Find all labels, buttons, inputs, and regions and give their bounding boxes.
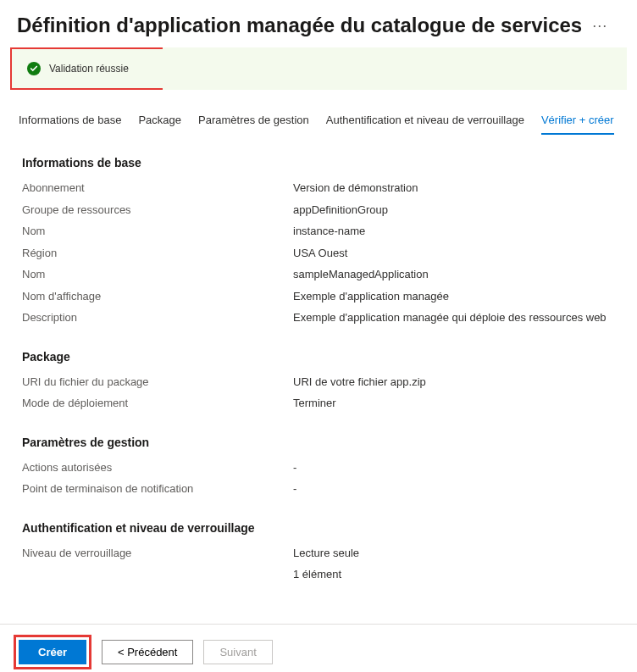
- row-label: Actions autorisées: [22, 459, 293, 476]
- row-value: Terminer: [293, 395, 336, 412]
- next-button: Suivant: [203, 640, 272, 664]
- row-value: Lecture seule: [293, 545, 359, 562]
- row-label: Nom d'affichage: [22, 288, 293, 305]
- section-title-mgmt: Paramètres de gestion: [22, 436, 615, 449]
- tab-basics[interactable]: Informations de base: [19, 107, 121, 135]
- row: DescriptionExemple d'application managée…: [22, 309, 615, 326]
- row-label: Abonnement: [22, 180, 293, 197]
- row: RégionUSA Ouest: [22, 245, 615, 262]
- row-label: Description: [22, 309, 293, 326]
- create-button-highlight: Créer: [14, 635, 91, 669]
- row-label: Région: [22, 245, 293, 262]
- section-title-auth: Authentification et niveau de verrouilla…: [22, 521, 615, 535]
- row-value: sampleManagedApplication: [293, 266, 429, 283]
- row: NomsampleManagedApplication: [22, 266, 615, 283]
- create-button[interactable]: Créer: [19, 640, 86, 664]
- row-label: [22, 566, 293, 583]
- validation-banner-container: Validation réussie: [0, 47, 637, 90]
- row-label: Point de terminaison de notification: [22, 480, 293, 497]
- row: Point de terminaison de notification-: [22, 480, 615, 497]
- validation-message: Validation réussie: [49, 63, 129, 75]
- row-value: instance-name: [293, 223, 365, 240]
- section-title-basics: Informations de base: [22, 156, 615, 169]
- row-value: -: [293, 480, 296, 497]
- section-basics: Informations de base AbonnementVersion d…: [22, 156, 615, 326]
- tab-review[interactable]: Vérifier + créer: [541, 107, 614, 135]
- tab-mgmt[interactable]: Paramètres de gestion: [198, 107, 309, 135]
- row: Groupe de ressourcesappDefinitionGroup: [22, 202, 615, 219]
- row-value: URI de votre fichier app.zip: [293, 374, 426, 391]
- row-label: Niveau de verrouillage: [22, 545, 293, 562]
- row: URI du fichier du packageURI de votre fi…: [22, 374, 615, 391]
- validation-banner: Validation réussie: [10, 47, 163, 90]
- row: Nom d'affichageExemple d'application man…: [22, 288, 615, 305]
- section-package: Package URI du fichier du packageURI de …: [22, 350, 615, 412]
- row: Actions autorisées-: [22, 459, 615, 476]
- page-title: Définition d'application managée du cata…: [17, 14, 582, 37]
- tab-package[interactable]: Package: [138, 107, 181, 135]
- tab-auth[interactable]: Authentification et niveau de verrouilla…: [326, 107, 524, 135]
- footer-actions: Créer < Précédent Suivant: [0, 624, 637, 673]
- row-label: Nom: [22, 223, 293, 240]
- section-title-package: Package: [22, 350, 615, 364]
- row: AbonnementVersion de démonstration: [22, 180, 615, 197]
- row: Mode de déploiementTerminer: [22, 395, 615, 412]
- row: Nominstance-name: [22, 223, 615, 240]
- previous-button[interactable]: < Précédent: [102, 640, 193, 664]
- row-value: appDefinitionGroup: [293, 202, 388, 219]
- row-label: Groupe de ressources: [22, 202, 293, 219]
- row: 1 élément: [22, 566, 615, 583]
- row-value: 1 élément: [293, 566, 341, 583]
- row-value: Exemple d'application managée qui déploi…: [293, 309, 607, 326]
- row-value: -: [293, 459, 296, 476]
- validation-banner-fill: [163, 47, 627, 90]
- row: Niveau de verrouillageLecture seule: [22, 545, 615, 562]
- page-header: Définition d'application managée du cata…: [0, 0, 637, 44]
- section-auth: Authentification et niveau de verrouilla…: [22, 521, 615, 583]
- tabs-nav: Informations de base Package Paramètres …: [0, 107, 637, 136]
- row-label: Nom: [22, 266, 293, 283]
- row-value: Exemple d'application managée: [293, 288, 449, 305]
- content-area: Informations de base AbonnementVersion d…: [0, 156, 637, 624]
- row-label: Mode de déploiement: [22, 395, 293, 412]
- more-icon[interactable]: ···: [592, 17, 607, 35]
- section-mgmt: Paramètres de gestion Actions autorisées…: [22, 436, 615, 497]
- row-label: URI du fichier du package: [22, 374, 293, 391]
- check-circle-icon: [27, 62, 41, 75]
- row-value: USA Ouest: [293, 245, 347, 262]
- row-value: Version de démonstration: [293, 180, 418, 197]
